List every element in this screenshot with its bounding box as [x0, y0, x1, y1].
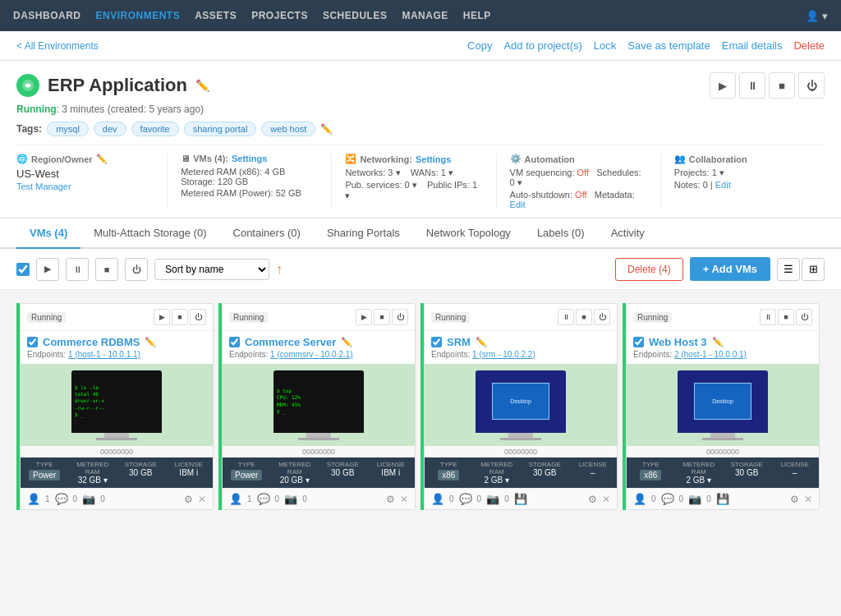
environment-header: ERP Application ✏️ ▶ ⏸ ■ ⏻ Running: 3 mi…: [0, 61, 841, 218]
tab-sharing-portals[interactable]: Sharing Portals: [314, 218, 413, 249]
vm-edit-icon[interactable]: ✏️: [145, 337, 156, 347]
sort-dropdown[interactable]: Sort by name Sort by status Sort by type: [154, 259, 269, 280]
user-menu-icon[interactable]: 👤 ▾: [806, 10, 828, 22]
vm-name-link[interactable]: Web Host 3: [649, 336, 707, 348]
tag-favorite[interactable]: favorite: [131, 122, 179, 136]
vm-edit-icon[interactable]: ✏️: [476, 337, 487, 347]
tab-multi-attach-storage[interactable]: Multi-Attach Storage (0): [80, 218, 219, 249]
sort-direction-icon[interactable]: ↑: [276, 262, 283, 277]
save-as-template-button[interactable]: Save as template: [627, 39, 710, 52]
nav-environments[interactable]: ENVIRONMENTS: [96, 10, 181, 21]
vm-close-icon[interactable]: ✕: [804, 494, 812, 505]
vm-stop-button[interactable]: ■: [576, 309, 592, 325]
vm-pause-button[interactable]: ⏸: [760, 309, 776, 325]
vm-close-icon[interactable]: ✕: [400, 494, 408, 505]
vm-edit-icon[interactable]: ✏️: [712, 337, 724, 347]
vm-endpoints: Endpoints: 1 (srm - 10.0.2.2): [425, 350, 617, 364]
vm-endpoint-link[interactable]: 2 (host-1 - 10.0.0.1): [674, 350, 747, 359]
metadata-edit-link[interactable]: Edit: [510, 200, 526, 209]
vm-edit-icon[interactable]: ✏️: [341, 337, 352, 347]
vm-thumbnail[interactable]: $ ls -latotal 48drwxr-xr-x-rw-r--r--$ _: [21, 364, 213, 446]
vm-settings-icon[interactable]: ⚙: [790, 494, 799, 505]
bulk-power-button[interactable]: ⏻: [125, 258, 148, 281]
vm-name-link[interactable]: Commerce Server: [245, 336, 336, 348]
vm-stop-button[interactable]: ■: [778, 309, 794, 325]
bulk-stop-button[interactable]: ■: [95, 258, 118, 281]
tab-activity[interactable]: Activity: [598, 218, 658, 249]
nav-assets[interactable]: ASSETS: [195, 10, 237, 21]
vm-grid: Running ▶ ■ ⏻ Commerce RDBMS ✏️ Endpoint…: [0, 290, 841, 523]
tag-web-host[interactable]: web host: [261, 122, 315, 136]
vm-screen-base: [702, 438, 743, 440]
add-to-project-button[interactable]: Add to project(s): [503, 39, 581, 52]
vm-checkbox[interactable]: [633, 337, 644, 347]
vm-settings-icon[interactable]: ⚙: [184, 494, 193, 505]
nav-manage[interactable]: MANAGE: [402, 10, 448, 21]
select-all-checkbox[interactable]: [16, 263, 30, 276]
vm-stop-button[interactable]: ■: [374, 309, 390, 325]
vm-endpoint-link[interactable]: 1 (srm - 10.0.2.2): [472, 350, 535, 359]
vm-endpoint-link[interactable]: 1 (host-1 - 10.0.1.1): [68, 350, 140, 359]
tabs-bar: VMs (4) Multi-Attach Storage (0) Contain…: [0, 218, 841, 249]
edit-region-icon[interactable]: ✏️: [96, 154, 108, 164]
list-view-button[interactable]: ☰: [777, 258, 800, 281]
bulk-play-button[interactable]: ▶: [36, 258, 59, 281]
tag-mysql[interactable]: mysql: [47, 122, 89, 136]
vm-close-icon[interactable]: ✕: [602, 494, 610, 505]
vm-power-button[interactable]: ⏻: [190, 309, 206, 325]
manager-link[interactable]: Test Manager: [16, 182, 71, 191]
vm-power-button[interactable]: ⏻: [796, 309, 812, 325]
env-play-button[interactable]: ▶: [710, 72, 736, 99]
email-details-button[interactable]: Email details: [722, 39, 783, 52]
vm-endpoint-link[interactable]: 1 (commsrv - 10.0.2.1): [270, 350, 353, 359]
env-stop-button[interactable]: ■: [769, 72, 795, 99]
delete-environment-button[interactable]: Delete: [793, 39, 825, 52]
bulk-pause-button[interactable]: ⏸: [66, 258, 89, 281]
nav-schedules[interactable]: SCHEDULES: [323, 10, 388, 21]
vm-power-button[interactable]: ⏻: [392, 309, 408, 325]
vm-stop-button[interactable]: ■: [172, 309, 188, 325]
vm-close-icon[interactable]: ✕: [198, 494, 206, 505]
vm-footer: 👤 1 💬 0 📷 0 ⚙ ✕: [21, 488, 213, 509]
grid-view-button[interactable]: ⊞: [802, 258, 825, 281]
toolbar-actions: Copy Add to project(s) Lock Save as temp…: [467, 39, 825, 52]
vms-settings-link[interactable]: Settings: [232, 154, 267, 163]
vm-thumbnail[interactable]: Desktop: [627, 364, 819, 446]
vm-pause-button[interactable]: ⏸: [558, 309, 574, 325]
env-pause-button[interactable]: ⏸: [739, 72, 765, 99]
vm-checkbox[interactable]: [229, 337, 240, 347]
tag-dev[interactable]: dev: [94, 122, 126, 136]
vm-thumbnail[interactable]: $ topCPU: 12%MEM: 45%$ _: [223, 364, 415, 446]
networking-settings-link[interactable]: Settings: [416, 154, 451, 164]
nav-help[interactable]: HELP: [463, 10, 491, 21]
vm-footer: 👤 0 💬 0 📷 0 💾 ⚙ ✕: [425, 488, 617, 509]
env-power-button[interactable]: ⏻: [798, 72, 825, 99]
nav-dashboard[interactable]: DASHBOARD: [13, 10, 81, 21]
edit-title-icon[interactable]: ✏️: [195, 79, 209, 92]
vm-thumbnail[interactable]: Desktop: [425, 364, 617, 446]
add-vms-button[interactable]: + Add VMs: [690, 257, 770, 281]
copy-button[interactable]: Copy: [467, 39, 492, 52]
vm-endpoints: Endpoints: 1 (commsrv - 10.0.2.1): [223, 350, 415, 364]
vm-power-button[interactable]: ⏻: [594, 309, 610, 325]
back-to-environments-link[interactable]: < All Environments: [16, 40, 99, 52]
notes-edit-link[interactable]: Edit: [715, 180, 731, 190]
nav-projects[interactable]: PROJECTS: [251, 10, 308, 21]
vm-settings-icon[interactable]: ⚙: [588, 494, 597, 505]
vm-checkbox[interactable]: [27, 337, 38, 347]
toolbar: < All Environments Copy Add to project(s…: [0, 31, 841, 61]
vm-name-link[interactable]: SRM: [447, 336, 471, 348]
tag-sharing-portal[interactable]: sharing portal: [184, 122, 257, 136]
tab-containers[interactable]: Containers (0): [220, 218, 314, 249]
bulk-delete-button[interactable]: Delete (4): [615, 258, 683, 281]
vm-play-button[interactable]: ▶: [154, 309, 170, 325]
vm-play-button[interactable]: ▶: [356, 309, 372, 325]
vm-checkbox[interactable]: [431, 337, 442, 347]
vm-settings-icon[interactable]: ⚙: [386, 494, 395, 505]
edit-tags-icon[interactable]: ✏️: [320, 123, 333, 135]
tab-network-topology[interactable]: Network Topology: [413, 218, 524, 249]
lock-button[interactable]: Lock: [594, 39, 616, 52]
vm-name-link[interactable]: Commerce RDBMS: [43, 336, 140, 348]
tab-vms[interactable]: VMs (4): [16, 218, 80, 249]
tab-labels[interactable]: Labels (0): [524, 218, 598, 249]
